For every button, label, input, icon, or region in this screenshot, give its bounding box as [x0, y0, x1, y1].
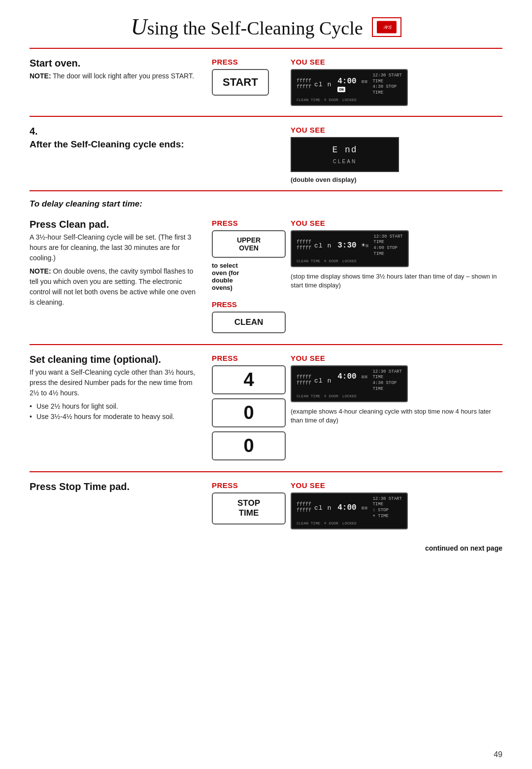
page-header: Using the Self-Cleaning Cycle 𝒲𝒢	[0, 0, 532, 48]
display-on-badge: ON	[337, 87, 345, 92]
press-stop-heading: Press Stop Time pad.	[30, 481, 202, 492]
display-end-main: E nd	[306, 145, 383, 155]
display-end-sub: CLEAN	[306, 159, 383, 164]
to-select-label: to selectoven (fordoubleovens)	[212, 262, 286, 291]
press-clean-body1: A 3½-hour Self-Cleaning cycle will be se…	[30, 232, 202, 263]
sun-icon: ☀	[361, 242, 365, 249]
delay-heading: To delay cleaning start time:	[30, 199, 502, 209]
logo-box: 𝒲𝒢	[372, 17, 401, 37]
press-clean-display: ffffffffff cl n 3:30 ☀≡ 12:30 START TIME…	[291, 230, 409, 267]
after-cleaning-display: E nd CLEAN	[291, 137, 399, 172]
svg-text:𝒲𝒢: 𝒲𝒢	[382, 24, 393, 30]
number-0-button-2[interactable]: 0	[212, 431, 286, 460]
start-oven-note: NOTE: The door will lock right after you…	[30, 71, 202, 81]
press-clean-see-col: YOU SEE ffffffffff cl n 3:30 ☀≡ 12:30 ST…	[291, 219, 502, 290]
press-clean-see-label: YOU SEE	[291, 219, 502, 227]
press-clean-note: NOTE: On double ovens, the cavity symbol…	[30, 266, 202, 308]
press-clean-press-label1: PRESS	[212, 219, 286, 227]
section-start-oven: Start oven. NOTE: The door will lock rig…	[30, 48, 502, 116]
start-oven-display: ffffffffff cl n 4:00 ≡≡ ON 12:30 START T…	[291, 69, 408, 106]
brand-logo-icon: 𝒲𝒢	[377, 20, 397, 35]
page-title: Using the Self-Cleaning Cycle	[131, 14, 363, 40]
display-right: 12:30 START TIME 4:30 STOP TIME	[372, 73, 401, 96]
number-0-button-1[interactable]: 0	[212, 398, 286, 427]
set-cleaning-bullets: Use 2½ hours for light soil. Use 3½-4½ h…	[30, 401, 202, 422]
after-cleaning-heading: After the Self-Cleaning cycle ends:	[30, 139, 202, 150]
number-4-button[interactable]: 4	[212, 365, 286, 394]
set-cleaning-press-col: PRESS 4 0 0	[212, 354, 291, 464]
bullet-1: Use 2½ hours for light soil.	[30, 401, 202, 412]
set-cleaning-see-label: YOU SEE	[291, 354, 502, 362]
start-oven-number: Start oven.	[30, 58, 202, 69]
set-cleaning-display: ffffffffff cl n 4:00 ≡≡ ON 12:30 START T…	[291, 365, 408, 402]
start-oven-see-col: YOU SEE ffffffffff cl n 4:00 ≡≡ ON 12:30…	[291, 58, 502, 109]
section-set-cleaning: Set cleaning time (optional). If you wan…	[30, 344, 502, 471]
display-squiggles: ffffffffff	[297, 78, 311, 90]
continued-text: continued on next page	[30, 544, 502, 552]
set-cleaning-heading: Set cleaning time (optional).	[30, 354, 202, 365]
press-clean-number: Press Clean pad.	[30, 219, 202, 230]
press-clean-left: Press Clean pad. A 3½-hour Self-Cleaning…	[30, 219, 212, 311]
press-clean-caption: (stop time display shows time 3½ hours l…	[291, 272, 502, 290]
set-cleaning-press-label: PRESS	[212, 354, 286, 362]
start-oven-press-label: PRESS	[212, 58, 286, 66]
set-cleaning-see-col: YOU SEE ffffffffff cl n 4:00 ≡≡ ON 12:30…	[291, 354, 502, 425]
section-after-cleaning: 4. After the Self-Cleaning cycle ends: Y…	[30, 116, 502, 190]
set-cleaning-left: Set cleaning time (optional). If you wan…	[30, 354, 212, 424]
set-cleaning-caption: (example shows 4-hour cleaning cycle wit…	[291, 407, 502, 425]
section-press-stop: Press Stop Time pad. PRESS STOPTIME YOU …	[30, 471, 502, 539]
press-clean-press-col: PRESS UPPEROVEN to selectoven (fordouble…	[212, 219, 291, 337]
main-content: Start oven. NOTE: The door will lock rig…	[0, 48, 532, 552]
press-stop-see-col: YOU SEE ffffffffff cl n 4:00 ≡≡ 12:30 ST…	[291, 481, 502, 532]
press-stop-press-col: PRESS STOPTIME	[212, 481, 291, 528]
page-number: 49	[494, 750, 502, 759]
press-stop-left: Press Stop Time pad.	[30, 481, 212, 494]
press-stop-see-label: YOU SEE	[291, 481, 502, 489]
set-cleaning-body1: If you want a Self-Cleaning cycle other …	[30, 367, 202, 398]
start-oven-left: Start oven. NOTE: The door will lock rig…	[30, 58, 212, 84]
bullet-2: Use 3½-4½ hours for moderate to heavy so…	[30, 412, 202, 422]
title-cursive-u: U	[131, 14, 147, 39]
start-oven-press-col: PRESS START	[212, 58, 291, 100]
press-clean-press-label2: PRESS	[212, 300, 286, 309]
section-press-clean: Press Clean pad. A 3½-hour Self-Cleaning…	[30, 210, 502, 344]
delay-heading-section: To delay cleaning start time:	[30, 190, 502, 209]
after-cleaning-caption: (double oven display)	[291, 176, 502, 183]
press-stop-press-label: PRESS	[212, 481, 286, 489]
after-cleaning-see-col: YOU SEE E nd CLEAN (double oven display)	[291, 126, 502, 183]
after-cleaning-see-label: YOU SEE	[291, 126, 502, 134]
display-cln: cl n	[314, 81, 332, 88]
start-oven-see-label: YOU SEE	[291, 58, 502, 66]
clean-button[interactable]: CLEAN	[212, 312, 286, 333]
upper-oven-button[interactable]: UPPEROVEN	[212, 230, 286, 258]
display-bottom: CLEAN TIME≡ DOORLOCKED	[297, 98, 402, 102]
press-stop-display: ffffffffff cl n 4:00 ≡≡ 12:30 START TIME…	[291, 492, 408, 529]
display-time: 4:00 ≡≡	[337, 77, 367, 86]
after-cleaning-left: 4. After the Self-Cleaning cycle ends:	[30, 126, 212, 153]
start-button[interactable]: START	[212, 69, 269, 96]
stop-time-button[interactable]: STOPTIME	[212, 492, 286, 524]
after-cleaning-number: 4.	[30, 126, 202, 137]
